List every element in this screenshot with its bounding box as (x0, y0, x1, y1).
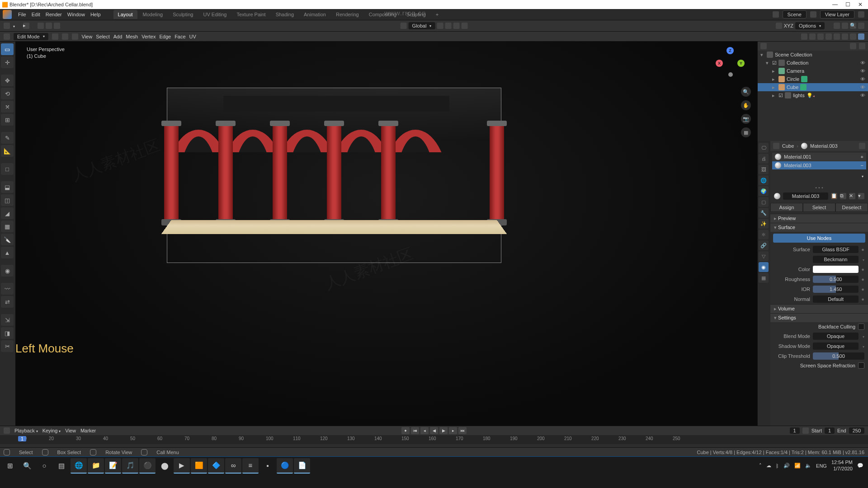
vscode-icon[interactable]: ≡ (242, 458, 259, 474)
blendmode-dropdown[interactable]: Opaque (813, 333, 859, 340)
sel-box2-icon[interactable] (46, 23, 52, 29)
pin-icon[interactable] (842, 23, 848, 29)
tray-chevron-icon[interactable]: ˄ (759, 463, 762, 469)
mat-slot-1[interactable]: Material.003− (772, 161, 866, 169)
outliner-cube[interactable]: ▸Cube👁 (758, 83, 868, 91)
add-cube-tool[interactable]: □ (1, 163, 14, 175)
sel-box1-icon[interactable] (38, 23, 44, 29)
taskview-icon[interactable]: ▤ (53, 458, 70, 474)
edge-slide-tool[interactable]: ⇄ (1, 296, 14, 308)
options-dropdown[interactable]: Options (795, 22, 825, 29)
keyframe-prev-icon[interactable]: ◂ (420, 427, 429, 434)
proptab-viewlayer[interactable]: 🖼 (759, 164, 769, 174)
gizmo-z-icon[interactable]: Z (726, 47, 734, 54)
mesh-auto-icon[interactable] (776, 23, 782, 29)
mat-copy-icon[interactable]: ⧉ (840, 193, 846, 199)
app8-icon[interactable]: 🔷 (208, 458, 224, 474)
orientation-icon[interactable] (401, 23, 407, 29)
snap-target-icon[interactable] (453, 23, 459, 29)
outliner-collection[interactable]: ▾☑Collection👁 (758, 59, 868, 67)
tray-net-icon[interactable]: 🔊 (783, 463, 790, 469)
use-nodes-button[interactable]: Use Nodes (773, 234, 865, 243)
rotate-tool[interactable]: ⟲ (1, 88, 14, 99)
viewlayer-browse-icon[interactable] (810, 11, 816, 18)
play-icon[interactable]: ▶ (439, 427, 448, 434)
app6-icon[interactable]: ▶ (174, 458, 190, 474)
edge-select-icon[interactable] (62, 33, 68, 40)
notes-icon[interactable]: 📝 (105, 458, 121, 474)
tray-notif-icon[interactable]: 💬 (857, 463, 863, 469)
loopcut-tool[interactable]: ▦ (1, 221, 14, 232)
camera-nav-icon[interactable]: 📷 (741, 114, 751, 124)
tray-bt-icon[interactable]: ᛒ (776, 463, 779, 469)
vis-select-icon[interactable] (801, 33, 807, 40)
app5-icon[interactable]: ⬤ (156, 458, 173, 474)
proptab-particle[interactable]: ✨ (759, 219, 769, 229)
scene-field[interactable]: Scene (783, 10, 807, 19)
start-button[interactable]: ⊞ (2, 458, 18, 474)
header-view[interactable]: View (82, 34, 93, 39)
scale-tool[interactable]: ⤧ (1, 101, 14, 113)
viewlayer-field[interactable]: View Layer (820, 10, 854, 19)
tray-vol-icon[interactable]: 🔈 (805, 463, 811, 469)
timeline-editor-icon[interactable] (4, 427, 10, 434)
shade-render-icon[interactable] (858, 33, 864, 40)
header-mesh[interactable]: Mesh (126, 34, 138, 39)
3d-viewport[interactable]: User Perspective (1) Cube Left Mouse Z Y… (15, 42, 757, 426)
chrome-icon[interactable]: 🔵 (277, 458, 293, 474)
pan-nav-icon[interactable]: ✋ (741, 100, 751, 110)
prop-edit-icon[interactable] (461, 23, 467, 29)
outliner-lights[interactable]: ▸☑lights💡₄👁 (758, 91, 868, 99)
tool-dropdown[interactable] (12, 23, 15, 28)
ssr-checkbox[interactable] (858, 362, 864, 369)
browser-icon[interactable]: 🌐 (71, 458, 87, 474)
extrude-tool[interactable]: ⬓ (1, 181, 14, 193)
mat-new-icon[interactable]: 📋 (831, 193, 837, 199)
outliner-filter-icon[interactable] (859, 43, 865, 49)
shade-matprev-icon[interactable] (850, 33, 856, 40)
proptab-object[interactable]: ▢ (759, 197, 769, 207)
tab-texture-paint[interactable]: Texture Paint (232, 10, 270, 19)
maximize-button[interactable]: ☐ (842, 0, 854, 9)
cortana-icon[interactable]: ○ (36, 458, 52, 474)
tab-compositing[interactable]: Compositing (364, 10, 401, 19)
header-face[interactable]: Face (175, 34, 185, 39)
gizmo-y-icon[interactable]: Y (737, 60, 745, 67)
tab-scripting[interactable]: Scripting (402, 10, 430, 19)
tab-rendering[interactable]: Rendering (331, 10, 363, 19)
inset-tool[interactable]: ◫ (1, 194, 14, 206)
search-taskbar-icon[interactable]: 🔍 (19, 458, 35, 474)
mat-unlink-icon[interactable]: ✕ (849, 193, 855, 199)
tray-clock[interactable]: 12:54 PM1/7/2020 (831, 460, 853, 471)
shade-solid-icon[interactable] (842, 33, 848, 40)
proptab-mesh[interactable]: ▽ (759, 251, 769, 261)
select-box-tool[interactable]: ▭ (1, 43, 14, 55)
filter-icon[interactable] (858, 11, 864, 18)
tray-wifi-icon[interactable]: 📶 (794, 463, 801, 469)
tab-layout[interactable]: Layout (113, 10, 137, 19)
tl-playback[interactable]: Playback (14, 428, 38, 433)
shrink-tool[interactable]: ⇲ (1, 314, 14, 326)
knife-tool[interactable]: 🔪 (1, 234, 14, 245)
shadowmode-dropdown[interactable]: Opaque (813, 343, 859, 350)
minimize-button[interactable]: — (829, 0, 841, 9)
header-vertex[interactable]: Vertex (142, 34, 156, 39)
header-edge[interactable]: Edge (159, 34, 171, 39)
outliner-search-icon[interactable] (850, 43, 856, 49)
outliner-camera[interactable]: ▸Camera👁 (758, 67, 868, 75)
end-frame-field[interactable]: 250 (849, 427, 864, 434)
play-icon[interactable]: ▸ (23, 23, 29, 29)
proptab-output[interactable]: 🖨 (759, 154, 769, 164)
section-surface[interactable]: Surface (770, 223, 868, 232)
mat-name-field[interactable]: Material.003 (783, 192, 828, 200)
header-add[interactable]: Add (113, 34, 123, 39)
roughness-slider[interactable]: 0.500 (813, 276, 859, 283)
header-uv[interactable]: UV (189, 34, 196, 39)
section-preview[interactable]: Preview (770, 214, 868, 223)
cursor-tool-icon[interactable] (4, 23, 10, 29)
obs-icon[interactable]: ⚫ (139, 458, 156, 474)
orientation-dropdown[interactable]: Global (409, 22, 435, 29)
shade-wire-icon[interactable] (834, 33, 840, 40)
gizmo-vis-icon[interactable] (809, 33, 816, 40)
jump-end-icon[interactable]: ⏭ (458, 427, 467, 434)
